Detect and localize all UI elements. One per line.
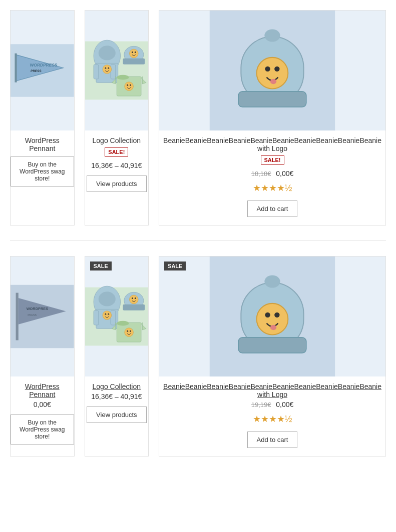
buy-swag-button-bottom[interactable]: Buy on the WordPress swag store!	[11, 414, 74, 444]
svg-point-27	[264, 30, 280, 42]
product-card-beanie-top: BeanieBeanieBeanieBeanieBeanieBeanieBean…	[159, 10, 386, 226]
svg-point-20	[117, 75, 129, 80]
svg-point-23	[130, 84, 131, 86]
svg-point-63	[274, 312, 279, 318]
view-products-button-logo-bottom[interactable]: View products	[87, 406, 146, 423]
current-price-beanie-bottom: 0,00€	[276, 400, 293, 408]
svg-point-50	[131, 298, 133, 299]
product-image-logo-bottom	[85, 256, 149, 376]
product-image-pennant-top: WORDPRESS PRESS	[11, 10, 74, 130]
svg-point-13	[108, 68, 109, 69]
svg-rect-2	[15, 54, 17, 82]
top-products-grid: WORDPRESS PRESS WordPress Pennant Buy on…	[0, 0, 396, 236]
svg-point-12	[105, 68, 106, 69]
svg-rect-15	[123, 58, 145, 64]
svg-point-62	[265, 312, 270, 318]
svg-point-60	[264, 276, 280, 288]
original-price-beanie-top: 18,18€	[251, 170, 271, 178]
product-name-logo-top: Logo Collection	[89, 136, 145, 144]
svg-point-22	[127, 84, 128, 86]
view-products-button-logo-top[interactable]: View products	[87, 176, 146, 192]
bottom-products-grid: WORDPRES PRESS WordPress Pennant 0,00€ B…	[0, 246, 396, 466]
product-card-logo-collection-top: Logo Collection SALE! 16,36€ – 40,91€ Vi…	[85, 10, 149, 226]
sale-tag-beanie-top: SALE!	[261, 156, 284, 164]
original-price-beanie-bottom: 19,19€	[251, 401, 271, 408]
price-beanie-top: 18,18€ 0,00€	[251, 170, 294, 178]
product-name-pennant-bottom: WordPress Pennant	[11, 382, 74, 398]
product-name-beanie-bottom: BeanieBeanieBeanieBeanieBeanieBeanieBean…	[159, 382, 385, 398]
svg-point-53	[117, 321, 129, 326]
svg-point-64	[270, 325, 277, 330]
svg-rect-48	[123, 304, 145, 310]
svg-point-43	[98, 292, 115, 306]
svg-point-61	[257, 304, 288, 335]
stars-beanie-bottom: ★★★★½	[253, 414, 292, 424]
svg-text:WORDPRES: WORDPRES	[27, 306, 49, 311]
product-card-wordpress-pennant-top: WORDPRESS PRESS WordPress Pennant Buy on…	[10, 10, 75, 226]
price-pennant-bottom: 0,00€	[34, 400, 51, 408]
sale-badge-logo-bottom: SALE	[90, 262, 112, 270]
sale-tag-logo-top: SALE!	[105, 148, 128, 156]
section-divider	[10, 240, 386, 241]
svg-point-28	[257, 58, 288, 89]
svg-rect-42	[111, 310, 116, 325]
svg-text:PRESS: PRESS	[31, 69, 42, 72]
svg-point-46	[108, 314, 109, 315]
product-card-wordpress-pennant-bottom: WORDPRES PRESS WordPress Pennant 0,00€ B…	[10, 256, 75, 456]
svg-point-17	[131, 52, 133, 53]
svg-point-11	[103, 65, 112, 74]
svg-point-30	[274, 66, 279, 72]
svg-point-51	[134, 298, 136, 299]
product-name-beanie-top: BeanieBeanieBeanieBeanieBeanieBeanieBean…	[159, 136, 385, 152]
price-range-logo-top: 16,36€ – 40,91€	[91, 162, 142, 170]
current-price-pennant-bottom: 0,00€	[34, 400, 51, 408]
product-image-pennant-bottom: WORDPRES PRESS	[11, 256, 74, 376]
svg-rect-8	[94, 64, 99, 79]
add-to-cart-beanie-bottom[interactable]: Add to cart	[247, 432, 298, 448]
svg-point-29	[265, 66, 270, 72]
product-link-logo-bottom[interactable]: Logo Collection	[93, 382, 141, 390]
price-beanie-bottom: 19,19€ 0,00€	[251, 400, 294, 408]
svg-text:WORDPRESS: WORDPRESS	[30, 62, 58, 68]
svg-rect-59	[238, 338, 306, 353]
svg-point-31	[270, 79, 277, 84]
product-link-beanie-bottom[interactable]: BeanieBeanieBeanieBeanieBeanieBeanieBean…	[163, 382, 381, 398]
product-image-beanie-top	[159, 10, 385, 130]
svg-point-10	[98, 46, 115, 60]
product-name-pennant-top: WordPress Pennant	[11, 136, 74, 152]
product-image-beanie-bottom	[159, 256, 385, 376]
svg-point-44	[103, 311, 112, 320]
stars-beanie-top: ★★★★½	[253, 182, 292, 194]
svg-point-21	[124, 82, 133, 91]
svg-rect-41	[94, 310, 99, 325]
product-image-logo-top	[85, 10, 149, 130]
current-price-beanie-top: 0,00€	[276, 170, 293, 178]
price-range-logo-bottom: 16,36€ – 40,91€	[91, 392, 142, 400]
svg-rect-33	[16, 293, 19, 340]
svg-point-18	[134, 52, 136, 53]
svg-text:PRESS: PRESS	[28, 314, 37, 316]
add-to-cart-beanie-top[interactable]: Add to cart	[247, 200, 298, 217]
sale-badge-beanie-bottom: SALE	[164, 262, 186, 270]
product-name-logo-bottom: Logo Collection	[89, 382, 145, 390]
svg-point-49	[129, 295, 138, 304]
product-card-beanie-bottom: SALE BeanieBeanieBeanieBeanieBeanieBeani…	[159, 256, 386, 456]
svg-rect-26	[238, 92, 306, 107]
svg-point-55	[127, 330, 128, 332]
product-link-pennant-bottom[interactable]: WordPress Pennant	[25, 382, 60, 398]
svg-rect-9	[111, 64, 116, 79]
svg-point-56	[130, 330, 131, 332]
svg-point-16	[129, 49, 138, 58]
svg-point-45	[105, 314, 106, 315]
svg-point-54	[124, 328, 133, 337]
buy-swag-button-top[interactable]: Buy on the WordPress swag store!	[11, 156, 74, 186]
product-card-logo-collection-bottom: SALE	[85, 256, 149, 456]
